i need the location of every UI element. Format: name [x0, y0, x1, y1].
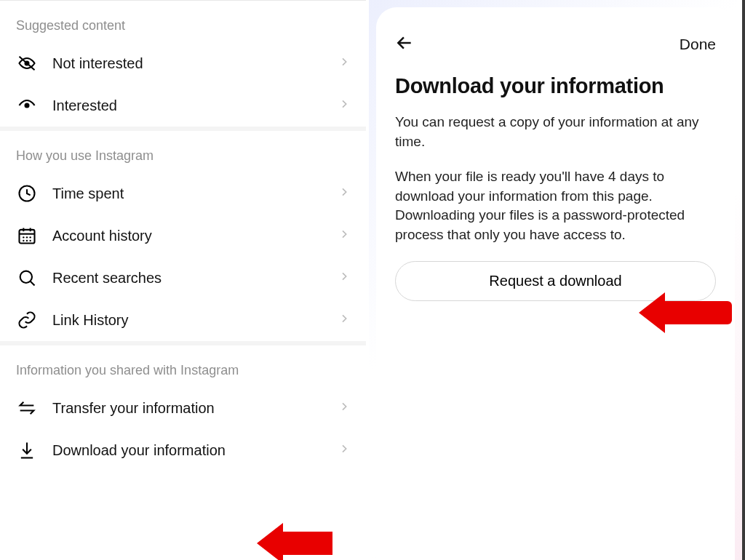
transfer-icon — [16, 397, 38, 419]
annotation-arrow-icon — [639, 292, 732, 333]
row-recent-searches[interactable]: Recent searches — [0, 257, 366, 299]
link-icon — [16, 309, 38, 331]
row-account-history[interactable]: Account history — [0, 215, 366, 257]
annotation-arrow-icon — [257, 523, 332, 560]
svg-point-10 — [30, 236, 31, 238]
svg-line-15 — [31, 281, 35, 286]
row-label: Download your information — [52, 442, 324, 459]
chevron-right-icon — [338, 443, 350, 457]
svg-point-13 — [30, 240, 31, 241]
intro-paragraph-1: You can request a copy of your informati… — [395, 113, 715, 151]
row-label: Transfer your information — [52, 400, 324, 417]
eye-icon — [16, 95, 38, 116]
back-button[interactable] — [395, 33, 414, 55]
row-link-history[interactable]: Link History — [0, 299, 366, 341]
row-download-info[interactable]: Download your information — [0, 429, 366, 471]
clock-icon — [16, 183, 38, 204]
page-title: Download your information — [395, 74, 716, 98]
row-label: Link History — [52, 312, 324, 329]
svg-point-14 — [20, 271, 32, 283]
chevron-right-icon — [338, 401, 350, 415]
row-not-interested[interactable]: Not interested — [0, 42, 366, 84]
search-icon — [16, 267, 38, 289]
chevron-right-icon — [338, 56, 350, 71]
download-info-pane: Done Download your information You can r… — [369, 0, 742, 560]
chevron-right-icon — [338, 98, 350, 113]
section-title-info-shared: Information you shared with Instagram — [0, 345, 366, 387]
calendar-icon — [16, 225, 38, 247]
intro-paragraph-2: When your file is ready you'll have 4 da… — [395, 167, 715, 244]
section-title-usage: How you use Instagram — [0, 131, 366, 172]
chevron-right-icon — [338, 271, 350, 285]
svg-point-9 — [26, 236, 28, 238]
download-icon — [16, 439, 38, 461]
row-transfer-info[interactable]: Transfer your information — [0, 387, 366, 429]
row-label: Account history — [52, 228, 324, 244]
svg-point-8 — [23, 236, 24, 238]
done-button[interactable]: Done — [680, 36, 716, 53]
chevron-right-icon — [338, 186, 350, 201]
svg-point-11 — [23, 240, 24, 241]
svg-point-2 — [25, 103, 30, 108]
section-title-suggested: Suggested content — [0, 1, 366, 42]
row-label: Interested — [52, 97, 324, 114]
svg-point-12 — [26, 240, 28, 241]
settings-list-pane: Suggested content Not interested Interes… — [0, 0, 369, 560]
row-label: Not interested — [52, 55, 324, 72]
chevron-right-icon — [338, 313, 350, 327]
row-label: Time spent — [52, 185, 324, 202]
row-label: Recent searches — [52, 270, 324, 287]
chevron-right-icon — [338, 228, 350, 243]
row-interested[interactable]: Interested — [0, 84, 366, 127]
eye-off-icon — [16, 52, 38, 74]
row-time-spent[interactable]: Time spent — [0, 172, 366, 215]
